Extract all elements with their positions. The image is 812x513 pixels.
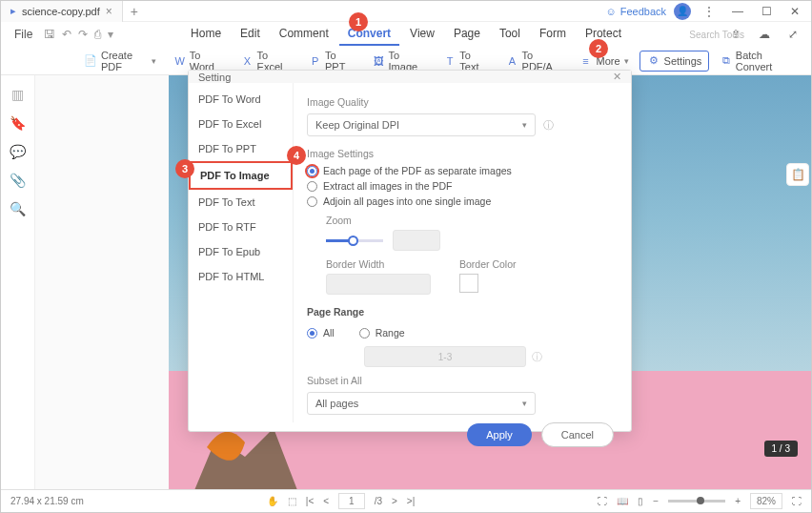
- image-icon: 🖼: [373, 54, 384, 68]
- image-quality-select[interactable]: Keep Original DPI ▾: [307, 113, 536, 136]
- redo-icon[interactable]: ↷: [78, 28, 88, 41]
- document-tab[interactable]: ▸ science-copy.pdf ×: [1, 1, 123, 22]
- pdfa-icon: A: [506, 54, 518, 68]
- avatar[interactable]: 👤: [674, 3, 691, 20]
- zoom-percent[interactable]: 82%: [750, 493, 782, 509]
- image-quality-title: Image Quality: [307, 96, 618, 108]
- tab-comment[interactable]: Comment: [271, 23, 337, 46]
- prev-page-icon[interactable]: <: [323, 496, 329, 506]
- bookmark-icon[interactable]: 🔖: [10, 115, 26, 131]
- print-icon[interactable]: ⎙: [94, 28, 101, 41]
- excel-icon: X: [241, 54, 253, 68]
- search-tools-input[interactable]: Search Tools: [689, 30, 744, 40]
- more-menu-icon[interactable]: ⋮: [699, 3, 720, 20]
- tab-convert[interactable]: Convert: [339, 23, 399, 46]
- radio-page-all[interactable]: [307, 328, 317, 339]
- word-icon: W: [173, 54, 185, 68]
- border-color-label: Border Color: [459, 258, 517, 270]
- comment-pane-icon[interactable]: 💬: [10, 144, 26, 159]
- zoom-slider[interactable]: [668, 500, 725, 503]
- sidebar-item-pdf-to-html[interactable]: PDF To HTML: [189, 264, 293, 289]
- radio-page-range[interactable]: [359, 328, 370, 339]
- sidebar-item-pdf-to-word[interactable]: PDF To Word: [189, 87, 293, 112]
- chevron-down-icon: ▾: [522, 399, 527, 408]
- qat-dropdown-icon[interactable]: ▾: [108, 28, 113, 41]
- minimize-button[interactable]: —: [727, 3, 748, 20]
- save-icon[interactable]: 🖫: [44, 28, 55, 41]
- tab-home[interactable]: Home: [182, 23, 230, 46]
- feedback-icon: ☺: [605, 6, 616, 17]
- radio-adjoin-pages[interactable]: [307, 196, 317, 207]
- maximize-button[interactable]: ☐: [756, 3, 777, 20]
- chevron-down-icon: ▾: [522, 120, 527, 130]
- file-menu[interactable]: File: [9, 26, 38, 43]
- page-indicator-badge: 1 / 3: [764, 441, 798, 457]
- zoom-in-icon[interactable]: +: [735, 496, 741, 506]
- fit-window-icon[interactable]: ⛶: [598, 496, 607, 506]
- image-settings-title: Image Settings: [307, 148, 618, 159]
- right-panel-toggle[interactable]: 📋: [786, 163, 809, 186]
- info-icon[interactable]: ⓘ: [543, 118, 554, 133]
- expand-icon[interactable]: ⤢: [782, 26, 803, 43]
- read-mode-icon[interactable]: 📖: [617, 496, 628, 506]
- more-icon: ≡: [579, 54, 593, 68]
- subset-select[interactable]: All pages ▾: [307, 392, 536, 415]
- tab-tool[interactable]: Tool: [491, 23, 529, 46]
- status-bar: 27.94 x 21.59 cm ✋ ⬚ |< < 1 /3 > >| ⛶ 📖 …: [1, 489, 811, 512]
- text-icon: T: [444, 54, 456, 68]
- border-color-picker[interactable]: [459, 274, 478, 293]
- sidebar-item-pdf-to-excel[interactable]: PDF To Excel: [189, 112, 293, 136]
- info-icon[interactable]: ⓘ: [532, 350, 542, 364]
- gear-icon: ⚙: [647, 54, 660, 68]
- feedback-label: Feedback: [620, 6, 666, 17]
- pdf-icon: ▸: [10, 5, 16, 17]
- page-number-input[interactable]: 1: [338, 493, 365, 509]
- feedback-link[interactable]: ☺ Feedback: [605, 6, 666, 17]
- zoom-out-icon[interactable]: −: [653, 496, 659, 506]
- sidebar-item-pdf-to-ppt[interactable]: PDF To PPT: [189, 136, 293, 161]
- modal-sidebar: PDF To Word PDF To Excel PDF To PPT PDF …: [189, 83, 294, 422]
- first-page-icon[interactable]: |<: [306, 496, 314, 506]
- attachment-icon[interactable]: 📎: [10, 173, 26, 188]
- settings-button[interactable]: ⚙Settings: [639, 51, 710, 72]
- add-tab-button[interactable]: +: [123, 4, 146, 19]
- sidebar-item-pdf-to-image[interactable]: PDF To Image: [189, 161, 293, 190]
- sidebar-item-pdf-to-text[interactable]: PDF To Text: [189, 190, 293, 215]
- apply-button[interactable]: Apply: [467, 423, 532, 446]
- border-width-input[interactable]: [326, 274, 431, 295]
- subset-title: Subset in All: [307, 375, 618, 386]
- sidebar-item-pdf-to-rtf[interactable]: PDF To RTF: [189, 215, 293, 239]
- modal-title: Setting: [198, 72, 231, 83]
- search-icon[interactable]: 🔍: [10, 201, 26, 216]
- tab-close-icon[interactable]: ×: [106, 5, 112, 18]
- radio-extract-images[interactable]: [307, 181, 317, 192]
- sidebar-item-pdf-to-epub[interactable]: PDF To Epub: [189, 239, 293, 264]
- border-width-label: Border Width: [326, 258, 431, 270]
- chevron-down-icon: ▾: [152, 56, 156, 66]
- cancel-button[interactable]: Cancel: [541, 422, 614, 447]
- batch-convert-button[interactable]: ⧉Batch Convert: [713, 47, 802, 75]
- tab-view[interactable]: View: [401, 23, 443, 46]
- tab-page[interactable]: Page: [445, 23, 489, 46]
- tab-form[interactable]: Form: [531, 23, 575, 46]
- tab-edit[interactable]: Edit: [232, 23, 269, 46]
- chevron-down-icon: ▾: [624, 56, 629, 66]
- single-page-icon[interactable]: ▯: [638, 496, 643, 506]
- select-tool-icon[interactable]: ⬚: [288, 496, 296, 506]
- fullscreen-icon[interactable]: ⛶: [792, 496, 802, 506]
- modal-close-icon[interactable]: ✕: [613, 71, 621, 83]
- create-pdf-button[interactable]: 📄Create PDF▾: [77, 47, 163, 75]
- cloud-icon[interactable]: ☁: [754, 26, 775, 43]
- zoom-value-input[interactable]: [393, 230, 440, 251]
- hand-tool-icon[interactable]: ✋: [267, 496, 278, 506]
- close-window-button[interactable]: ✕: [784, 3, 805, 20]
- thumbnails-icon[interactable]: ▥: [11, 87, 24, 102]
- range-input[interactable]: 1-3: [364, 346, 526, 367]
- radio-separate-images[interactable]: [307, 166, 317, 176]
- create-pdf-icon: 📄: [84, 54, 97, 68]
- undo-icon[interactable]: ↶: [62, 28, 71, 41]
- next-page-icon[interactable]: >: [392, 496, 397, 506]
- zoom-slider-modal[interactable]: [326, 239, 383, 242]
- main-menu-tabs: Home Edit Comment Convert View Page Tool…: [182, 23, 630, 46]
- last-page-icon[interactable]: >|: [407, 496, 415, 506]
